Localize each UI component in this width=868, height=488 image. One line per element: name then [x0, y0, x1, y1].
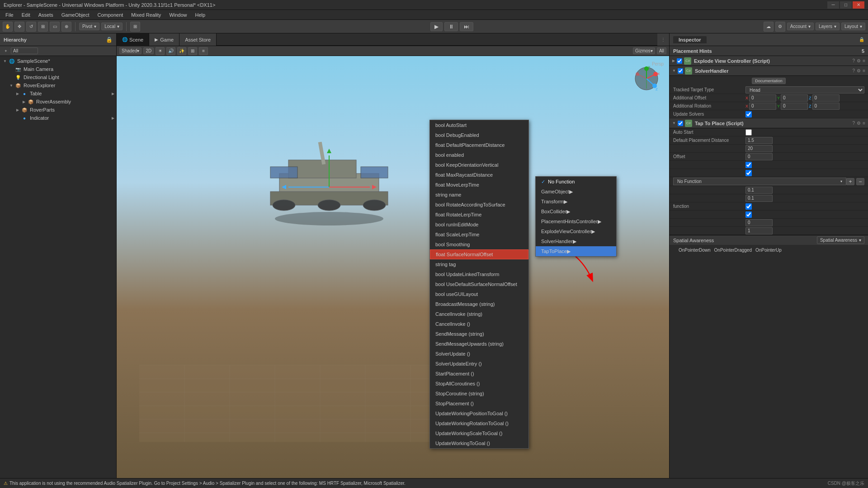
tab-inspector[interactable]: Inspector — [673, 36, 707, 43]
dd-bool-enabled[interactable]: bool enabled — [430, 150, 528, 160]
menu-assets[interactable]: Assets — [35, 11, 57, 19]
layers-dropdown[interactable]: Layers▾ — [816, 23, 840, 30]
tap-enable-checkbox[interactable] — [678, 121, 683, 126]
shaded-dropdown[interactable]: Shaded▾ — [119, 47, 142, 54]
dd-updateworkingto[interactable]: UpdateWorkingToGoal () — [430, 438, 528, 448]
no-function-button[interactable]: No Function ▾ — [673, 178, 846, 185]
dd-sendmessage[interactable]: SendMessage (string) — [430, 329, 528, 339]
tap-more-icon[interactable]: ≡ — [863, 121, 865, 126]
play-button[interactable]: ▶ — [430, 22, 443, 31]
account-dropdown[interactable]: Account▾ — [787, 23, 814, 30]
sub-taptoplace[interactable]: TapToPlace ▶ — [536, 246, 616, 256]
dd-stopcoroutine[interactable]: StopCoroutine (string) — [430, 389, 528, 399]
menu-gameobject[interactable]: GameObject — [58, 11, 93, 19]
tap-settings-icon[interactable]: ⚙ — [857, 121, 861, 126]
dd-bool-updatelinked[interactable]: bool UpdateLinkedTransform — [430, 269, 528, 279]
layout-dropdown[interactable]: Layout▾ — [841, 23, 865, 30]
2d-toggle[interactable]: 2D — [143, 47, 154, 54]
dd-bool-keeporientation[interactable]: bool KeepOrientationVertical — [430, 160, 528, 170]
explode-help-icon[interactable]: ? — [853, 58, 855, 63]
scene-toolbar-btn1[interactable]: ⊞ — [188, 47, 197, 55]
sub-gameobject[interactable]: GameObject ▶ — [536, 187, 616, 197]
check1[interactable] — [745, 162, 752, 168]
dd-cancelinvoke[interactable]: CancelInvoke () — [430, 319, 528, 329]
menu-window[interactable]: Window — [165, 11, 190, 19]
inspector-lock-icon[interactable]: 🔒 — [859, 37, 864, 42]
maximize-button[interactable]: □ — [840, 1, 852, 9]
toolbar-scale-tool[interactable]: ⊞ — [38, 22, 48, 32]
dd-bool-runinedit[interactable]: bool runInEditMode — [430, 220, 528, 230]
dd-bool-usegui[interactable]: bool useGUILayout — [430, 289, 528, 299]
hierarchy-item-table[interactable]: ▶ ● Table ▶ — [0, 89, 116, 98]
dd-sendmessageup[interactable]: SendMessageUpwards (string) — [430, 339, 528, 349]
scene-toolbar-btn2[interactable]: ≡ — [199, 47, 208, 55]
hierarchy-item-indicator[interactable]: ● Indicator ▶ — [0, 114, 116, 122]
default-placement-field[interactable] — [745, 137, 773, 144]
val01-field[interactable] — [745, 187, 773, 194]
toolbar-hand-tool[interactable]: ✋ — [3, 22, 13, 32]
sub-explodeview[interactable]: ExplodeViewController ▶ — [536, 226, 616, 236]
dd-updateworkingrot[interactable]: UpdateWorkingRotationToGoal () — [430, 418, 528, 428]
pause-button[interactable]: ⏸ — [444, 22, 458, 31]
toolbar-btn-extra[interactable]: ⊞ — [130, 22, 140, 32]
sub-placementhints[interactable]: PlacementHintsController ▶ — [536, 216, 616, 226]
toolbar-rotate-tool[interactable]: ↺ — [26, 22, 36, 32]
dd-updateworkingpos[interactable]: UpdateWorkingPositionToGoal () — [430, 408, 528, 418]
check2[interactable] — [745, 170, 752, 176]
rot-z-field[interactable] — [812, 103, 840, 110]
fx-btn[interactable]: ✨ — [177, 47, 186, 55]
dd-string-tag[interactable]: string tag — [430, 259, 528, 269]
explode-more-icon[interactable]: ≡ — [863, 58, 865, 63]
hierarchy-item-maincamera[interactable]: 📷 Main Camera — [0, 65, 116, 73]
solver-more-icon[interactable]: ≡ — [863, 68, 865, 73]
step-button[interactable]: ⏭ — [460, 22, 473, 31]
dd-bool-debug[interactable]: bool DebugEnabled — [430, 130, 528, 140]
func2-check[interactable] — [745, 211, 752, 218]
sub-no-function[interactable]: ✓No Function — [536, 177, 616, 187]
hierarchy-item-roverassembly[interactable]: ▶ 📦 RoverAssembly — [0, 98, 116, 106]
dd-bool-usedefault[interactable]: bool UseDefaultSurfaceNormalOffset — [430, 279, 528, 289]
dd-float-scalelerp[interactable]: float ScaleLerpTime — [430, 230, 528, 239]
dd-float-maxraycast[interactable]: float MaxRaycastDistance — [430, 170, 528, 180]
offset-nofunc-field[interactable] — [745, 153, 773, 160]
dd-bool-autostart[interactable]: bool AutoStart — [430, 120, 528, 130]
hierarchy-item-roverparts[interactable]: ▶ 📦 RoverParts — [0, 106, 116, 114]
rot-y-field[interactable] — [781, 103, 808, 110]
tap-to-place-header[interactable]: ▼ C# Tap To Place (Script) ? ⚙ ≡ — [670, 118, 868, 128]
pivot-dropdown[interactable]: Pivot▾ — [79, 23, 99, 30]
menu-help[interactable]: Help — [192, 11, 209, 19]
sub-boxcollider[interactable]: BoxCollider ▶ — [536, 206, 616, 216]
offset-x-field[interactable] — [749, 94, 776, 102]
dd-startplacement[interactable]: StartPlacement () — [430, 369, 528, 379]
audio-btn[interactable]: 🔊 — [166, 47, 175, 55]
one-field[interactable] — [745, 227, 773, 235]
dd-broadcast[interactable]: BroadcastMessage (string) — [430, 299, 528, 309]
dd-bool-rotateaccording[interactable]: bool RotateAccordingToSurface — [430, 200, 528, 210]
toolbar-rect-tool[interactable]: ▭ — [50, 22, 60, 32]
hierarchy-lock[interactable]: 🔒 — [106, 37, 113, 43]
solver-help-icon[interactable]: ? — [853, 68, 855, 73]
dd-bool-smoothing[interactable]: bool Smoothing — [430, 239, 528, 249]
scene-options-btn[interactable]: ⋮ — [657, 33, 669, 46]
close-button[interactable]: ✕ — [853, 1, 864, 9]
hierarchy-search[interactable] — [11, 47, 38, 54]
explode-enable-checkbox[interactable] — [677, 58, 682, 64]
add-event-button[interactable]: + — [846, 178, 854, 185]
explode-view-component-header[interactable]: ▶ C# Explode View Controller (Script) ? … — [670, 56, 868, 66]
settings-btn[interactable]: ⚙ — [775, 22, 785, 32]
offset-y-field[interactable] — [781, 94, 808, 102]
solver-handler-component-header[interactable]: ▼ C# SolverHandler ? ⚙ ≡ — [670, 66, 868, 76]
menu-file[interactable]: File — [2, 11, 17, 19]
minimize-button[interactable]: ─ — [827, 1, 839, 9]
rot-x-field[interactable] — [749, 103, 776, 110]
sub-solverhandler[interactable]: SolverHandler ▶ — [536, 236, 616, 246]
gizmos-dropdown[interactable]: Gizmos▾ — [633, 47, 655, 54]
func-check[interactable] — [745, 203, 752, 210]
dd-string-name[interactable]: string name — [430, 190, 528, 200]
auto-start-checkbox[interactable] — [745, 129, 752, 136]
tracked-target-dropdown[interactable]: Head — [745, 86, 864, 94]
dd-float-rotatelerp[interactable]: float RotateLerpTime — [430, 210, 528, 220]
menu-component[interactable]: Component — [94, 11, 127, 19]
remove-event-button[interactable]: − — [856, 178, 864, 185]
explode-settings-icon[interactable]: ⚙ — [857, 58, 861, 63]
